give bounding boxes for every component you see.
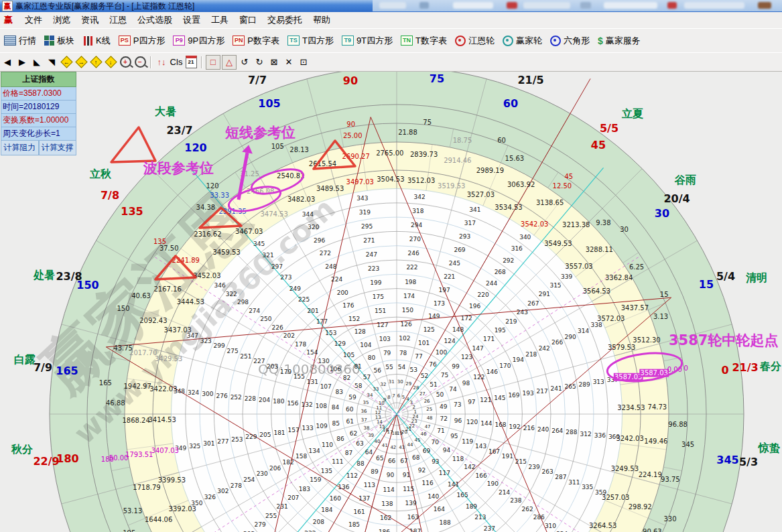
menu-工具[interactable]: 工具: [206, 13, 234, 26]
hexagon-button[interactable]: 六角形: [546, 33, 594, 49]
wheel-value: 301: [203, 440, 214, 447]
draw-triangle-button[interactable]: △: [222, 55, 237, 70]
rim-label: 21/3: [732, 361, 758, 374]
menu-浏览[interactable]: 浏览: [48, 13, 76, 26]
draw-square-button[interactable]: □: [206, 55, 220, 70]
p-table-button[interactable]: PNP数字表: [229, 33, 283, 49]
wheel-value: 122: [473, 374, 484, 381]
pan-right-button[interactable]: →: [74, 56, 88, 69]
wheel-value: 251: [240, 353, 251, 360]
zoom-out-button[interactable]: −: [133, 56, 147, 69]
wheel-value: 37: [361, 417, 367, 423]
sectors-button[interactable]: 板块: [40, 33, 78, 49]
t-table-button[interactable]: TNT数字表: [397, 33, 451, 49]
kline-button[interactable]: K线: [78, 33, 115, 49]
wheel-value: 169: [508, 392, 519, 399]
tilt-left-button[interactable]: ◣: [30, 56, 44, 69]
wheel-value: 295: [361, 223, 373, 230]
rim-label: 135: [121, 205, 143, 218]
wheel-value: 246: [408, 250, 419, 257]
wheel-value: 288: [566, 429, 577, 436]
wheel-value: 148: [452, 326, 464, 333]
wheel-value: 63: [356, 440, 363, 447]
wheel-value: 319: [359, 209, 371, 216]
wheel-value: 48: [427, 415, 433, 421]
rotate-cw-button[interactable]: ↻: [253, 56, 266, 69]
wheel-value: 118: [452, 456, 464, 462]
wheel-value: 91: [403, 472, 410, 478]
nav-back-button[interactable]: ◀: [1, 56, 14, 69]
button-计算阻力[interactable]: 计算阻力: [1, 141, 39, 155]
zoom-in-button[interactable]: +: [119, 56, 132, 69]
rim-label: 5/3: [739, 456, 758, 468]
wheel-value: 317: [464, 220, 476, 226]
wheel-value: 276: [216, 393, 227, 399]
pan-down-button[interactable]: ↓: [104, 56, 117, 69]
wheel-value: 299: [214, 342, 225, 349]
menu-江恩[interactable]: 江恩: [104, 13, 132, 26]
wheel-value: 250: [260, 316, 271, 322]
wheel-value: 28.13: [289, 146, 309, 153]
wheel-value: 3063.92: [507, 181, 535, 188]
9p-square-button[interactable]: P99P四方形: [169, 33, 229, 49]
quotes-button[interactable]: 行情: [0, 33, 40, 49]
annotation-text: 3587轮中轮起点: [669, 332, 778, 348]
winner-wheel-button[interactable]: 赢家轮: [499, 33, 546, 49]
wheel-value: 275: [226, 348, 238, 354]
fit-button[interactable]: ✕: [282, 56, 296, 69]
wheel-value: 15: [660, 291, 669, 298]
calendar-button[interactable]: 21: [184, 56, 198, 69]
rotate-ccw-button[interactable]: ↺: [238, 56, 251, 69]
wheel-value: 45: [415, 438, 421, 443]
wheel-value: 123: [461, 354, 472, 360]
wheel-value: 156: [287, 400, 298, 407]
wheel-value: 80: [368, 354, 376, 361]
p-square-button[interactable]: PSP四方形: [115, 33, 170, 49]
pan-up-button[interactable]: ↑: [89, 56, 103, 69]
t-square-button[interactable]: TST四方形: [283, 33, 338, 49]
9t-square-button[interactable]: T99T四方形: [338, 33, 397, 49]
wheel-value: 291: [539, 291, 550, 297]
tilt-right-button[interactable]: ◥: [45, 56, 58, 69]
wheel-value: 77: [415, 353, 422, 360]
wheel-value: 254: [243, 476, 255, 483]
wheel-value: 3234.53: [617, 404, 645, 411]
wheel-value: 139: [405, 500, 416, 507]
wheel-value: 62: [350, 430, 357, 437]
wheel-value: 132: [302, 401, 313, 408]
updown-button[interactable]: ↑↓: [155, 56, 168, 69]
wheel-value: 151: [375, 308, 386, 314]
wheel-value: 25.00: [343, 132, 363, 139]
wheel-value: 104: [360, 342, 371, 348]
panel-row: 价格=3587.0300: [1, 87, 76, 101]
wheel-value: 6.25: [629, 263, 644, 271]
wheel-value: 341: [469, 206, 480, 213]
screen-button[interactable]: ⊡: [297, 56, 310, 69]
wheel-value: 272: [320, 250, 331, 257]
menu-交易委托[interactable]: 交易委托: [262, 13, 308, 26]
wheel-value: 202: [283, 332, 295, 339]
nav-forward-button[interactable]: ▶: [15, 56, 29, 69]
wheel-value: 3527.03: [467, 191, 495, 198]
wheel-value: 2540.81: [277, 172, 304, 180]
menu-帮助[interactable]: 帮助: [308, 13, 336, 26]
wheel-value: 168: [495, 421, 506, 428]
menu-资讯[interactable]: 资讯: [76, 13, 104, 26]
menu-设置[interactable]: 设置: [178, 13, 206, 26]
wheel-value: 343: [356, 195, 368, 202]
wheel-value: 188: [439, 519, 450, 526]
menu-窗口[interactable]: 窗口: [234, 13, 262, 26]
t-table-button-icon: TN: [401, 36, 413, 46]
wheel-value: 224.19: [639, 471, 662, 478]
wheel-value: 344: [302, 211, 314, 218]
menu-公式选股[interactable]: 公式选股: [132, 13, 178, 26]
gann-wheel-button[interactable]: 江恩轮: [451, 33, 499, 49]
winner-service-button[interactable]: $赢家服务: [594, 33, 645, 49]
cls-button[interactable]: Cls: [170, 56, 183, 69]
delete-box-button[interactable]: ⊠: [267, 56, 281, 69]
app-logo-icon: 赢: [2, 1, 13, 11]
pan-left-button[interactable]: ←: [60, 56, 73, 69]
menu-文件[interactable]: 文件: [19, 13, 48, 26]
wheel-value: 215: [515, 458, 527, 465]
button-计算支撑[interactable]: 计算支撑: [39, 141, 77, 155]
